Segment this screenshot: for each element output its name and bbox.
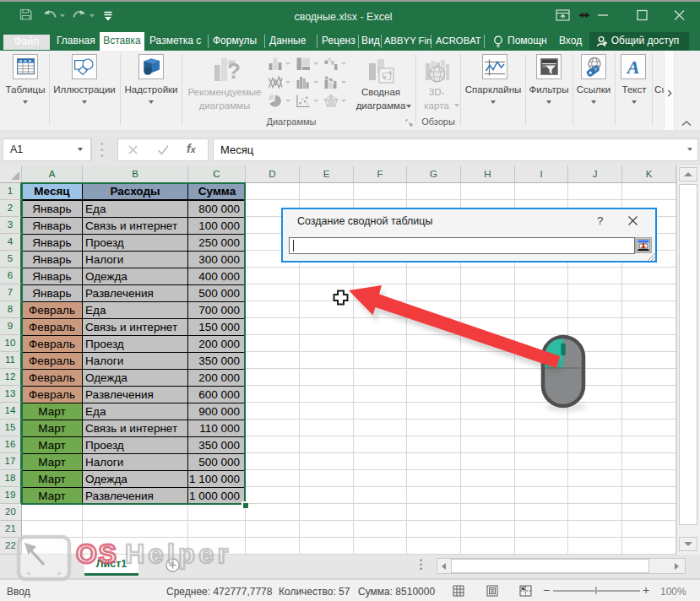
- svg-text:?: ?: [227, 58, 240, 83]
